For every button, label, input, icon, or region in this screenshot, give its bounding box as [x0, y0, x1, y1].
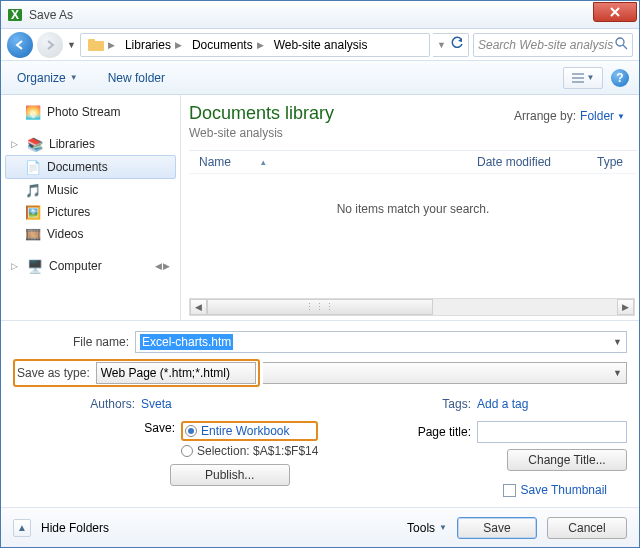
help-button[interactable]: ?: [611, 69, 629, 87]
scroll-left-button[interactable]: ◀: [190, 299, 207, 315]
highlight-save-as-type: Save as type: Web Page (*.htm;*.html): [13, 359, 260, 387]
view-options-button[interactable]: ▼: [563, 67, 603, 89]
refresh-button[interactable]: [450, 36, 464, 53]
library-title: Documents library: [189, 103, 334, 124]
forward-button[interactable]: [37, 32, 63, 58]
hide-folders-icon[interactable]: ▲: [13, 519, 31, 537]
photo-stream-icon: 🌅: [25, 104, 41, 120]
folder-icon[interactable]: ▶: [83, 34, 120, 56]
new-folder-button[interactable]: New folder: [102, 67, 171, 89]
hide-folders-link[interactable]: Hide Folders: [41, 521, 109, 535]
savetype-combo-ext[interactable]: ▼: [263, 362, 627, 384]
save-thumbnail-checkbox[interactable]: [503, 484, 516, 497]
breadcrumb-current[interactable]: Web-site analysis: [269, 34, 373, 56]
breadcrumb-libraries[interactable]: Libraries ▶: [120, 34, 187, 56]
breadcrumb-documents[interactable]: Documents ▶: [187, 34, 269, 56]
nav-history-dropdown[interactable]: ▼: [67, 40, 76, 50]
savetype-combo[interactable]: Web Page (*.htm;*.html): [96, 362, 256, 384]
svg-text:X: X: [11, 8, 19, 22]
save-as-dialog: X Save As ▼ ▶ Libraries ▶ Documents ▶ We…: [0, 0, 640, 548]
dialog-footer: ▲ Hide Folders Tools ▼ Save Cancel: [1, 507, 639, 547]
save-options-pane: File name: Excel-charts.htm ▼ Save as ty…: [1, 320, 639, 507]
scroll-thumb[interactable]: ⋮⋮⋮: [207, 299, 433, 315]
horizontal-scrollbar[interactable]: ◀ ⋮⋮⋮ ▶: [189, 298, 635, 316]
publish-button[interactable]: Publish...: [170, 464, 290, 486]
nav-tree: 🌅Photo Stream ▷📚Libraries 📄Documents 🎵Mu…: [1, 95, 181, 320]
videos-icon: 🎞️: [25, 226, 41, 242]
filename-label: File name:: [13, 335, 129, 349]
column-date[interactable]: Date modified: [467, 155, 587, 169]
libraries-icon: 📚: [27, 136, 43, 152]
sort-indicator-icon: ▴: [261, 157, 266, 167]
page-title-input[interactable]: [477, 421, 627, 443]
sidebar-item-videos[interactable]: 🎞️Videos: [1, 223, 180, 245]
titlebar: X Save As: [1, 1, 639, 29]
tags-value[interactable]: Add a tag: [477, 397, 627, 411]
svg-point-4: [616, 38, 624, 46]
pictures-icon: 🖼️: [25, 204, 41, 220]
page-title-label: Page title:: [418, 425, 471, 439]
computer-icon: 🖥️: [27, 258, 43, 274]
savetype-dropdown-icon[interactable]: ▼: [613, 368, 622, 378]
save-thumbnail-label[interactable]: Save Thumbnail: [521, 483, 608, 497]
savetype-label: Save as type:: [17, 366, 90, 380]
filename-value: Excel-charts.htm: [140, 334, 233, 350]
save-scope-label: Save:: [141, 421, 175, 435]
file-list-pane: Documents library Web-site analysis Arra…: [181, 95, 639, 320]
tools-menu[interactable]: Tools ▼: [407, 521, 447, 535]
search-input[interactable]: Search Web-site analysis: [473, 33, 633, 57]
arrange-by: Arrange by: Folder ▼: [514, 109, 625, 123]
organize-menu[interactable]: Organize ▼: [11, 67, 84, 89]
save-button[interactable]: Save: [457, 517, 537, 539]
music-icon: 🎵: [25, 182, 41, 198]
search-placeholder: Search Web-site analysis: [478, 38, 613, 52]
savetype-value: Web Page (*.htm;*.html): [101, 366, 230, 380]
scroll-right-button[interactable]: ▶: [617, 299, 634, 315]
authors-label: Authors:: [13, 397, 135, 411]
highlight-entire-workbook: Entire Workbook: [181, 421, 318, 441]
documents-icon: 📄: [25, 159, 41, 175]
filename-history-dropdown[interactable]: ▼: [613, 337, 622, 347]
window-title: Save As: [29, 8, 73, 22]
back-button[interactable]: [7, 32, 33, 58]
sidebar-group-libraries[interactable]: ▷📚Libraries: [1, 133, 180, 155]
radio-selection[interactable]: Selection: $A$1:$F$14: [181, 444, 318, 458]
radio-icon: [181, 445, 193, 457]
expand-icon[interactable]: ▷: [11, 261, 21, 271]
column-type[interactable]: Type: [587, 155, 637, 169]
column-headers: Name▴ Date modified Type: [189, 150, 637, 174]
tags-label: Tags:: [442, 397, 471, 411]
nav-bar: ▼ ▶ Libraries ▶ Documents ▶ Web-site ana…: [1, 29, 639, 61]
radio-entire-workbook[interactable]: Entire Workbook: [185, 424, 289, 438]
empty-message: No items match your search.: [189, 174, 637, 298]
authors-value[interactable]: Sveta: [141, 397, 172, 411]
column-name[interactable]: Name▴: [189, 155, 467, 169]
filename-input[interactable]: Excel-charts.htm ▼: [135, 331, 627, 353]
sidebar-item-documents[interactable]: 📄Documents: [5, 155, 176, 179]
sidebar-item-music[interactable]: 🎵Music: [1, 179, 180, 201]
radio-icon: [185, 425, 197, 437]
svg-rect-3: [88, 39, 95, 43]
breadcrumb-dropdown[interactable]: ▼: [437, 40, 446, 50]
sidebar-item-pictures[interactable]: 🖼️Pictures: [1, 201, 180, 223]
expand-icon[interactable]: ▷: [11, 139, 21, 149]
arrange-by-dropdown[interactable]: Folder ▼: [580, 109, 625, 123]
excel-app-icon: X: [7, 7, 23, 23]
sidebar-item-photo-stream[interactable]: 🌅Photo Stream: [1, 101, 180, 123]
svg-line-5: [623, 45, 627, 49]
breadcrumb-bar[interactable]: ▶ Libraries ▶ Documents ▶ Web-site analy…: [80, 33, 430, 57]
change-title-button[interactable]: Change Title...: [507, 449, 627, 471]
search-icon: [615, 37, 628, 53]
toolbar: Organize ▼ New folder ▼ ?: [1, 61, 639, 95]
library-subtitle: Web-site analysis: [189, 126, 334, 140]
cancel-button[interactable]: Cancel: [547, 517, 627, 539]
sidebar-group-computer[interactable]: ▷🖥️Computer◀▶: [1, 255, 180, 277]
close-button[interactable]: [593, 2, 637, 22]
